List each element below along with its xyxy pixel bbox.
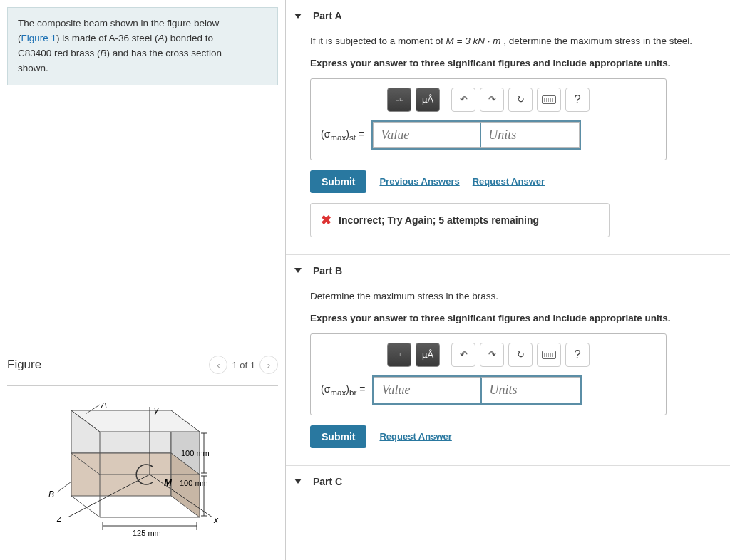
part-b-toolbar: □□ µÅ ↶ ↷ ↻ ? (321, 343, 656, 367)
svg-text:x: x (213, 515, 219, 525)
previous-answers-link[interactable]: Previous Answers (379, 176, 459, 187)
part-a-actions: Submit Previous Answers Request Answer (310, 170, 730, 193)
chevron-down-icon (294, 14, 302, 19)
template-frac-button[interactable]: □□ (387, 88, 411, 112)
figure-title: Figure (7, 358, 209, 372)
chevron-down-icon (294, 268, 302, 273)
part-a-section: Part A If it is subjected to a moment of… (286, 0, 730, 254)
undo-button[interactable]: ↶ (451, 343, 475, 367)
reset-button[interactable]: ↻ (508, 343, 533, 367)
request-answer-link[interactable]: Request Answer (473, 176, 545, 187)
figure-nav: ‹ 1 of 1 › (209, 356, 278, 374)
part-a-header[interactable]: Part A (310, 10, 730, 21)
part-a-feedback: ✖ Incorrect; Try Again; 5 attempts remai… (310, 203, 610, 237)
figure-body: y x z M A B (0, 390, 285, 560)
special-char-button[interactable]: µÅ (416, 88, 440, 112)
problem-line1: The composite beam shown in the figure b… (18, 18, 219, 28)
svg-text:M: M (164, 477, 173, 488)
svg-line-21 (57, 482, 71, 492)
part-a-toolbar: □□ µÅ ↶ ↷ ↻ ? (321, 88, 656, 112)
part-c-section: Part C (286, 465, 730, 487)
part-b-units-input[interactable] (480, 377, 580, 403)
figure-nav-text: 1 of 1 (232, 360, 255, 370)
help-button[interactable]: ? (565, 88, 590, 112)
help-button[interactable]: ? (565, 343, 590, 367)
svg-line-9 (71, 496, 100, 517)
figure-next-button[interactable]: › (259, 356, 278, 374)
chevron-down-icon (294, 479, 302, 484)
keyboard-button[interactable] (537, 343, 561, 367)
keyboard-icon (542, 95, 556, 104)
part-a-answer-box: □□ µÅ ↶ ↷ ↻ ? (σmax)st = (310, 78, 667, 160)
part-a-input-row: (σmax)st = (321, 120, 656, 150)
problem-statement: The composite beam shown in the figure b… (7, 7, 278, 85)
part-b-input-row: (σmax)br = (321, 375, 656, 405)
svg-text:A: A (101, 403, 107, 410)
template-frac-button[interactable]: □□ (387, 343, 411, 367)
svg-text:100 mm: 100 mm (181, 449, 210, 457)
part-b-answer-box: □□ µÅ ↶ ↷ ↻ ? (σmax)br = (310, 333, 667, 415)
part-a-value-input[interactable] (373, 122, 480, 148)
reset-button[interactable]: ↻ (508, 88, 533, 112)
figure-header: Figure ‹ 1 of 1 › (0, 350, 285, 380)
redo-button[interactable]: ↷ (480, 88, 504, 112)
svg-text:B: B (48, 489, 54, 499)
part-b-actions: Submit Request Answer (310, 425, 730, 448)
keyboard-icon (542, 351, 556, 359)
part-a-units-input[interactable] (480, 122, 580, 148)
svg-text:125 mm: 125 mm (133, 529, 161, 537)
var-b: B (101, 48, 107, 58)
keyboard-button[interactable] (537, 88, 561, 112)
figure-image: y x z M A B (29, 403, 228, 553)
incorrect-icon: ✖ (321, 212, 331, 228)
svg-text:y: y (153, 405, 159, 415)
part-b-submit-button[interactable]: Submit (310, 425, 366, 448)
sigma-br-label: (σmax)br = (321, 383, 365, 397)
part-a-instruction: Express your answer to three significant… (310, 58, 730, 68)
request-answer-link[interactable]: Request Answer (379, 431, 451, 442)
part-b-header[interactable]: Part B (310, 265, 730, 276)
part-a-submit-button[interactable]: Submit (310, 170, 366, 193)
figure-link[interactable]: Figure 1 (21, 33, 57, 43)
svg-text:100 mm: 100 mm (180, 479, 208, 487)
feedback-text: Incorrect; Try Again; 5 attempts remaini… (339, 214, 539, 226)
redo-button[interactable]: ↷ (480, 343, 504, 367)
sigma-st-label: (σmax)st = (321, 128, 364, 142)
figure-prev-button[interactable]: ‹ (209, 356, 227, 374)
svg-text:z: z (56, 514, 62, 524)
special-char-button[interactable]: µÅ (416, 343, 440, 367)
part-c-header[interactable]: Part C (310, 476, 730, 487)
part-b-question: Determine the maximum stress in the bras… (310, 289, 730, 304)
part-b-section: Part B Determine the maximum stress in t… (286, 254, 730, 465)
part-b-instruction: Express your answer to three significant… (310, 313, 730, 323)
var-a: A (158, 33, 165, 43)
figure-divider (7, 385, 278, 386)
part-a-question: If it is subjected to a moment of M = 3 … (310, 34, 730, 49)
undo-button[interactable]: ↶ (451, 88, 475, 112)
part-b-value-input[interactable] (374, 377, 480, 403)
